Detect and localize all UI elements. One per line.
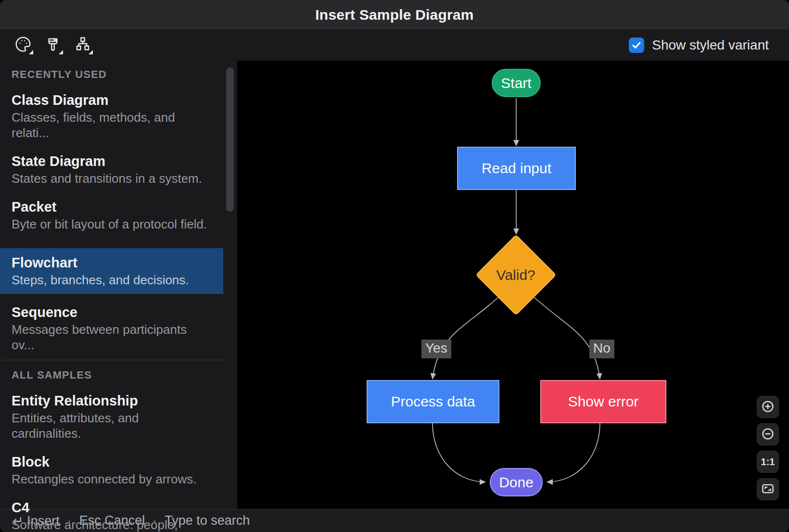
sample-item-block[interactable]: Block Rectangles connected by arrows. — [0, 447, 223, 493]
checkbox-checked-icon — [629, 38, 644, 53]
zoom-in-icon — [761, 399, 775, 415]
section-header-recently-used: RECENTLY USED — [12, 68, 226, 81]
zoom-controls: 1:1 — [757, 396, 779, 500]
sample-item-flowchart[interactable]: Flowchart Steps, branches, and decisions… — [0, 248, 223, 294]
zoom-out-icon — [761, 427, 775, 443]
style-brush-button[interactable] — [42, 35, 64, 56]
edge-label-yes: Yes — [421, 340, 451, 358]
checkbox-label: Show styled variant — [652, 38, 769, 53]
insert-sample-diagram-dialog: Insert Sample Diagram — [0, 0, 789, 532]
sample-item-state-diagram[interactable]: State Diagram States and transitions in … — [0, 147, 223, 192]
diagram-preview-canvas[interactable]: Start Read input Valid? Yes No Process d… — [237, 61, 789, 509]
section-header-all-samples: ALL SAMPLES — [12, 369, 226, 381]
dropdown-caret-icon — [89, 50, 93, 54]
show-styled-variant-checkbox[interactable]: Show styled variant — [629, 38, 769, 53]
zoom-out-button[interactable] — [757, 423, 779, 445]
toolbar-icon-group — [13, 35, 93, 56]
actual-size-button[interactable]: 1:1 — [757, 451, 779, 473]
dialog-titlebar: Insert Sample Diagram — [0, 0, 789, 29]
section-divider — [1, 360, 224, 360]
sidebar-scrollbar[interactable] — [226, 67, 234, 212]
flowchart-node-done[interactable]: Done — [490, 468, 543, 496]
sample-item-class-diagram[interactable]: Class Diagram Classes, fields, methods, … — [0, 86, 223, 147]
fit-view-icon — [761, 481, 775, 497]
sample-item-packet[interactable]: Packet Byte or bit layout of a protocol … — [0, 192, 223, 238]
dialog-body: RECENTLY USED Class Diagram Classes, fie… — [0, 61, 789, 509]
flowchart-node-process-data[interactable]: Process data — [367, 380, 499, 423]
flowchart-node-read-input[interactable]: Read input — [457, 147, 576, 190]
dropdown-caret-icon — [59, 50, 63, 54]
sample-item-entity-relationship[interactable]: Entity Relationship Entities, attributes… — [0, 386, 223, 447]
dropdown-caret-icon — [29, 50, 33, 54]
sample-item-c4[interactable]: C4 Software architecture: people, syst..… — [0, 493, 223, 532]
flowchart-node-show-error[interactable]: Show error — [540, 380, 666, 423]
flowchart-node-start[interactable]: Start — [492, 69, 541, 97]
toolbar: Show styled variant — [0, 29, 789, 61]
fit-view-button[interactable] — [757, 478, 779, 500]
layout-hierarchy-button[interactable] — [72, 35, 93, 56]
dialog-title: Insert Sample Diagram — [315, 7, 473, 23]
zoom-in-button[interactable] — [757, 396, 779, 418]
theme-palette-button[interactable] — [13, 35, 34, 56]
sample-item-sequence[interactable]: Sequence Messages between participants o… — [0, 298, 223, 359]
sample-list: RECENTLY USED Class Diagram Classes, fie… — [0, 61, 237, 509]
edge-label-no: No — [589, 340, 614, 358]
